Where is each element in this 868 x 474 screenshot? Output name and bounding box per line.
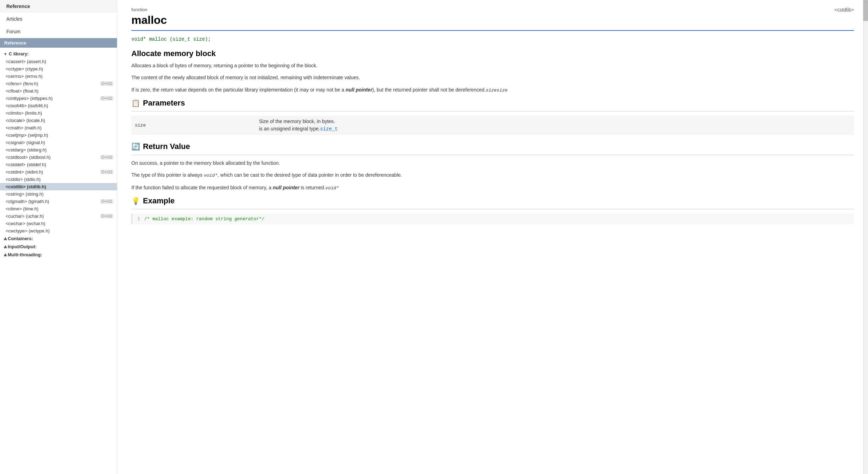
badge-cuchar: C++11 (100, 214, 113, 218)
cstdlib-badge: <cstdlib> (834, 7, 854, 13)
tree-multithreading-arrow: ▶ (3, 253, 7, 256)
sidebar-item-cstddef[interactable]: <cstddef> (stddef.h) (0, 161, 117, 168)
sidebar-item-cstdbool[interactable]: <cstdbool> (stdbool.h) C++11 (0, 154, 117, 161)
tree-io-label: Input/Output: (8, 244, 36, 249)
tree-multithreading-parent[interactable]: ▶ Multi-threading: (0, 251, 117, 259)
page-title: malloc (131, 14, 854, 27)
sidebar-item-cstdarg[interactable]: <cstdarg> (stdarg.h) (0, 146, 117, 154)
tree-c-library-label: C library: (9, 51, 29, 56)
sidebar-tree: ▼ C library: <cassert> (assert.h) <cctyp… (0, 48, 117, 261)
return-divider (131, 155, 854, 155)
param-desc: Size of the memory block, in bytes. is a… (248, 116, 854, 135)
nav-articles[interactable]: Articles (0, 13, 117, 25)
example-divider (131, 209, 854, 209)
void-star: void* (204, 173, 218, 178)
scrollbar-thumb[interactable] (863, 0, 868, 21)
code-block: 1/* malloc example: random string genera… (131, 214, 854, 224)
tree-containers-label: Containers: (8, 236, 33, 241)
param-name: size (131, 116, 248, 135)
tree-arrow: ▼ (4, 52, 7, 56)
tree-io-parent[interactable]: ▶ Input/Output: (0, 243, 117, 251)
sidebar-item-cstdlib[interactable]: <cstdlib> (stdlib.h) (0, 183, 117, 190)
size-ref: sizesize (486, 88, 508, 93)
null-pointer-bold-2: null pointer (273, 185, 299, 190)
sidebar-item-ciso646[interactable]: <ciso646> (iso646.h) (0, 102, 117, 109)
allocate-para-1: Allocates a block of bytes of memory, re… (131, 62, 854, 69)
tree-io-arrow: ▶ (3, 245, 7, 248)
parameters-divider (131, 111, 854, 111)
tree-containers-arrow: ▶ (3, 237, 7, 240)
sidebar-item-csetjmp[interactable]: <csetjmp> (setjmp.h) (0, 131, 117, 139)
sidebar-item-cassert[interactable]: <cassert> (assert.h) (0, 58, 117, 65)
badge-cstdint: C++11 (100, 170, 113, 174)
code-signature: void* malloc (size_t size); (131, 36, 854, 42)
sidebar-item-cmath[interactable]: <cmath> (math.h) (0, 124, 117, 131)
scrollbar-track[interactable] (863, 0, 868, 474)
size-t-link[interactable]: size_t (320, 126, 338, 132)
sidebar: Reference Articles Forum Reference ▼ C l… (0, 0, 117, 474)
code-comment: /* malloc example: random string generat… (144, 216, 264, 222)
void-star-2: void* (325, 185, 339, 191)
example-icon: 💡 (131, 197, 140, 205)
top-nav: Reference Articles Forum (0, 0, 117, 38)
sidebar-item-clocale[interactable]: <clocale> (locale.h) (0, 117, 117, 124)
sidebar-item-ctime[interactable]: <ctime> (time.h) (0, 205, 117, 212)
sidebar-item-cuchar[interactable]: <cuchar> (uchar.h) C++11 (0, 212, 117, 220)
sidebar-item-cctype[interactable]: <cctype> (ctype.h) (0, 65, 117, 73)
section-allocate-title: Allocate memory block (131, 49, 854, 58)
sidebar-section-header: Reference (0, 38, 117, 48)
title-divider (131, 30, 854, 31)
return-para-2: The type of this pointer is always void*… (131, 171, 854, 180)
nav-forum[interactable]: Forum (0, 25, 117, 38)
sidebar-item-cwchar[interactable]: <cwchar> (wchar.h) (0, 220, 117, 227)
badge-cinttypes: C++11 (100, 96, 113, 101)
sidebar-item-cerrno[interactable]: <cerrno> (errno.h) (0, 73, 117, 80)
section-return-title: 🔄 Return Value (131, 142, 854, 151)
sidebar-item-cstdio[interactable]: <cstdio> (stdio.h) (0, 176, 117, 183)
parameters-icon: 📋 (131, 99, 140, 107)
sidebar-item-cfloat[interactable]: <cfloat> (float.h) (0, 87, 117, 95)
function-label: function (131, 7, 854, 12)
badge-cstdbool: C++11 (100, 155, 113, 160)
sidebar-item-cinttypes[interactable]: <cinttypes> (inttypes.h) C++11 (0, 95, 117, 102)
sidebar-item-cstdint[interactable]: <cstdint> (stdint.h) C++11 (0, 168, 117, 176)
null-pointer-bold: null pointer (346, 87, 372, 93)
sidebar-item-cfenv[interactable]: <cfenv> (fenv.h) C++11 (0, 80, 117, 87)
tree-containers-parent[interactable]: ▶ Containers: (0, 235, 117, 243)
nav-reference[interactable]: Reference (0, 0, 117, 13)
return-para-1: On success, a pointer to the memory bloc… (131, 159, 854, 167)
line-number: 1 (137, 216, 140, 222)
section-parameters-title: 📋 Parameters (131, 99, 854, 108)
allocate-para-3: If is zero, the return value depends on … (131, 86, 854, 94)
params-table: size Size of the memory block, in bytes.… (131, 116, 854, 135)
badge-ctgmath: C++11 (100, 199, 113, 204)
badge-cfenv: C++11 (100, 81, 113, 86)
sidebar-item-csignal[interactable]: <csignal> (signal.h) (0, 139, 117, 146)
table-row: size Size of the memory block, in bytes.… (131, 116, 854, 135)
tree-multithreading-label: Multi-threading: (8, 252, 42, 257)
allocate-para-2: The content of the newly allocated block… (131, 74, 854, 81)
main-content: function <cstdlib> malloc void* malloc (… (117, 0, 868, 474)
sidebar-item-climits[interactable]: <climits> (limits.h) (0, 109, 117, 117)
return-icon: 🔄 (131, 142, 140, 151)
section-example-title: 💡 Example (131, 196, 854, 205)
sidebar-item-cwctype[interactable]: <cwctype> (wctype.h) (0, 227, 117, 235)
sidebar-item-ctgmath[interactable]: <ctgmath> (tgmath.h) C++11 (0, 198, 117, 205)
tree-c-library-parent[interactable]: ▼ C library: (0, 50, 117, 58)
sidebar-item-cstring[interactable]: <cstring> (string.h) (0, 190, 117, 198)
return-para-3: If the function failed to allocate the r… (131, 184, 854, 192)
